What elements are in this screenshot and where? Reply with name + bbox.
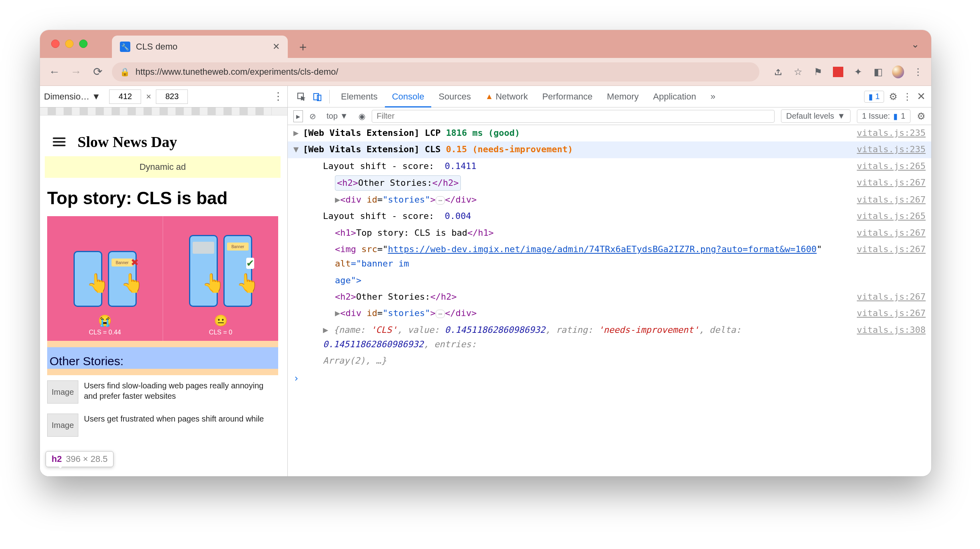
maximize-window-button[interactable] bbox=[79, 40, 88, 48]
tab-memory[interactable]: Memory bbox=[600, 86, 646, 107]
console-filter-input[interactable] bbox=[372, 110, 775, 123]
close-tab-icon[interactable]: ✕ bbox=[273, 42, 280, 52]
console-message[interactable]: <img src="https://web-dev.imgix.net/imag… bbox=[288, 241, 931, 273]
console-message[interactable]: <h2>Other Stories:</h2> vitals.js:267 bbox=[288, 175, 931, 192]
source-link[interactable]: vitals.js:308 bbox=[857, 323, 926, 337]
tab-overflow-icon[interactable]: » bbox=[703, 86, 723, 107]
tab-sources[interactable]: Sources bbox=[431, 86, 478, 107]
expand-icon[interactable]: ▶ bbox=[335, 195, 340, 205]
source-link[interactable]: vitals.js:265 bbox=[857, 159, 926, 173]
source-link[interactable]: vitals.js:267 bbox=[857, 290, 926, 304]
story-image-placeholder: Image bbox=[47, 380, 78, 404]
live-expression-icon[interactable]: ◉ bbox=[359, 111, 365, 121]
source-link[interactable]: vitals.js:267 bbox=[857, 175, 926, 190]
toolbar-actions: ☆ ⚑ ✦ ◧ ⋮ bbox=[772, 66, 924, 78]
reload-button[interactable]: ⟳ bbox=[90, 65, 105, 79]
console-message[interactable]: <h2>Other Stories:</h2> vitals.js:267 bbox=[288, 289, 931, 305]
devtools-settings-icon[interactable]: ⚙ bbox=[889, 91, 898, 102]
new-tab-button[interactable]: ＋ bbox=[296, 40, 310, 54]
console-message-continuation: age"> bbox=[288, 273, 931, 289]
story-item[interactable]: Image Users get frustrated when pages sh… bbox=[45, 408, 281, 442]
source-link[interactable]: vitals.js:267 bbox=[857, 242, 926, 257]
hamburger-icon[interactable] bbox=[53, 137, 66, 146]
source-link[interactable]: vitals.js:235 bbox=[857, 126, 926, 140]
console-message[interactable]: ▶ [Web Vitals Extension] LCP 1816 ms (go… bbox=[288, 125, 931, 141]
console-message[interactable]: Layout shift - score: 0.1411 vitals.js:2… bbox=[288, 158, 931, 175]
clear-console-icon[interactable]: ⊘ bbox=[309, 111, 316, 121]
warning-icon: ▲ bbox=[485, 92, 493, 101]
source-link[interactable]: vitals.js:267 bbox=[857, 306, 926, 320]
source-link[interactable]: vitals.js:267 bbox=[857, 193, 926, 207]
tab-console[interactable]: Console bbox=[385, 86, 432, 107]
forward-button[interactable]: → bbox=[69, 65, 83, 79]
tooltip-tag: h2 bbox=[52, 454, 62, 464]
back-button[interactable]: ← bbox=[47, 65, 62, 79]
collapse-icon[interactable]: ▼ bbox=[293, 142, 303, 157]
site-title: Slow News Day bbox=[78, 133, 177, 151]
device-height-input[interactable] bbox=[156, 90, 188, 104]
device-toolbar-menu-icon[interactable]: ⋮ bbox=[273, 90, 283, 103]
inspect-element-icon[interactable] bbox=[293, 92, 309, 101]
console-message[interactable]: Layout shift - score: 0.004 vitals.js:26… bbox=[288, 208, 931, 225]
story-text: Users find slow-loading web pages really… bbox=[84, 380, 278, 404]
url-text: https://www.tunetheweb.com/experiments/c… bbox=[135, 67, 338, 77]
tab-application[interactable]: Application bbox=[646, 86, 703, 107]
log-levels-selector[interactable]: Default levels▼ bbox=[781, 109, 851, 123]
expand-icon[interactable]: ▶ bbox=[335, 308, 340, 318]
context-selector[interactable]: top ▼ bbox=[323, 111, 352, 121]
dimensions-dropdown-icon[interactable]: ▼ bbox=[92, 92, 101, 102]
close-window-button[interactable] bbox=[51, 40, 60, 48]
browser-tab[interactable]: 🔧 CLS demo ✕ bbox=[112, 36, 288, 58]
console-sidebar-toggle-icon[interactable]: ▸ bbox=[293, 110, 303, 122]
extensions-puzzle-icon[interactable]: ✦ bbox=[852, 66, 864, 78]
expand-icon[interactable]: ▶ bbox=[323, 325, 334, 335]
console-message[interactable]: ▶ {name: 'CLS', value: 0.145118628609869… bbox=[288, 322, 931, 353]
extension-red-icon[interactable] bbox=[832, 66, 844, 78]
page-h2-highlighted[interactable]: Other Stories: bbox=[47, 354, 278, 369]
source-link[interactable]: vitals.js:267 bbox=[857, 226, 926, 240]
tab-performance[interactable]: Performance bbox=[535, 86, 600, 107]
device-emulator-pane: Dimensio… ▼ × ⋮ Slow News Day Dynamic ad… bbox=[40, 86, 288, 476]
address-bar[interactable]: 🔒 https://www.tunetheweb.com/experiments… bbox=[112, 62, 759, 82]
console-message[interactable]: <h1>Top story: CLS is bad</h1> vitals.js… bbox=[288, 225, 931, 241]
device-width-input[interactable] bbox=[109, 90, 141, 104]
devtools-close-icon[interactable]: ✕ bbox=[917, 90, 926, 103]
expand-icon[interactable]: ▶ bbox=[293, 126, 303, 140]
console-message[interactable]: ▶<div id="stories">⋯</div> vitals.js:267 bbox=[288, 305, 931, 322]
minimize-window-button[interactable] bbox=[65, 40, 74, 48]
chrome-menu-icon[interactable]: ⋮ bbox=[912, 66, 924, 78]
lock-icon: 🔒 bbox=[120, 67, 130, 77]
flag-icon[interactable]: ⚑ bbox=[812, 66, 824, 78]
story-image-placeholder: Image bbox=[47, 414, 78, 437]
emulated-page: Slow News Day Dynamic ad Top story: CLS … bbox=[45, 127, 281, 442]
source-link[interactable]: vitals.js:265 bbox=[857, 209, 926, 223]
chevron-down-icon: ▼ bbox=[340, 111, 348, 121]
source-link[interactable]: vitals.js:235 bbox=[857, 142, 926, 157]
console-prompt[interactable]: › bbox=[288, 369, 931, 388]
cls-right-caption: CLS = 0 bbox=[209, 329, 232, 336]
console-message[interactable]: ▶<div id="stories">⋯</div> vitals.js:267 bbox=[288, 192, 931, 208]
story-item[interactable]: Image Users find slow-loading web pages … bbox=[45, 375, 281, 408]
console-toolbar: ▸ ⊘ top ▼ ◉ Default levels▼ 1 Issue:▮1 ⚙ bbox=[288, 107, 931, 125]
tab-elements[interactable]: Elements bbox=[334, 86, 385, 107]
highlight-band bbox=[47, 341, 278, 347]
cls-left-caption: CLS = 0.44 bbox=[89, 329, 121, 336]
bookmark-icon[interactable]: ☆ bbox=[792, 66, 804, 78]
device-toggle-icon[interactable] bbox=[309, 92, 325, 101]
console-settings-icon[interactable]: ⚙ bbox=[917, 111, 926, 122]
profile-avatar[interactable] bbox=[892, 66, 904, 78]
emoji-sad-icon: 😭 bbox=[98, 314, 112, 327]
tab-title: CLS demo bbox=[136, 42, 177, 52]
ruler bbox=[40, 107, 287, 115]
messages-badge[interactable]: ▮1 bbox=[864, 91, 884, 103]
emoji-neutral-icon: 😐 bbox=[214, 314, 228, 327]
share-icon[interactable] bbox=[772, 66, 784, 78]
issues-badge[interactable]: 1 Issue:▮1 bbox=[857, 109, 910, 123]
sidepanel-icon[interactable]: ◧ bbox=[872, 66, 884, 78]
tabs-menu-icon[interactable]: ⌄ bbox=[911, 39, 919, 50]
banner-right: 👆 Banner👆✔ 😐 CLS = 0 bbox=[163, 216, 278, 341]
dimension-separator: × bbox=[146, 92, 151, 102]
devtools-menu-icon[interactable]: ⋮ bbox=[902, 91, 912, 102]
tab-network[interactable]: ▲Network bbox=[478, 86, 535, 107]
console-message[interactable]: ▼ [Web Vitals Extension] CLS 0.15 (needs… bbox=[288, 141, 931, 158]
